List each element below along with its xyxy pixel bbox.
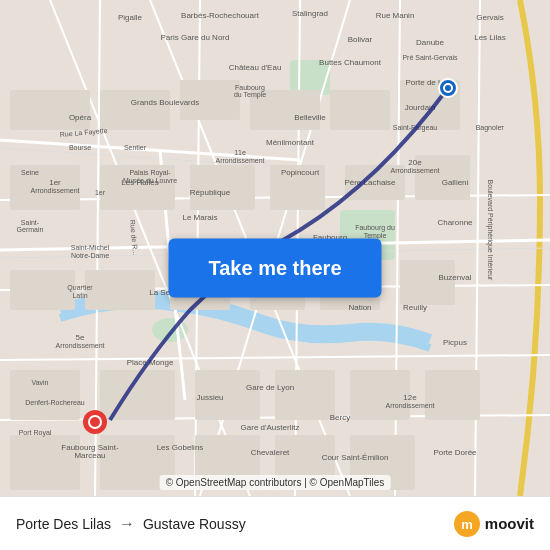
svg-text:Opéra: Opéra xyxy=(69,113,92,122)
svg-text:1er: 1er xyxy=(95,189,106,196)
svg-text:20e: 20e xyxy=(408,158,422,167)
svg-text:Les Gobelins: Les Gobelins xyxy=(157,443,204,452)
svg-text:Arrondissement: Arrondissement xyxy=(390,167,439,174)
svg-text:Barbès-Rochechouart: Barbès-Rochechouart xyxy=(181,11,260,20)
svg-point-130 xyxy=(445,85,451,91)
map-attribution: © OpenStreetMap contributors | © OpenMap… xyxy=(160,475,391,490)
svg-text:Musée du Louvre: Musée du Louvre xyxy=(123,177,177,184)
svg-text:Château d'Eau: Château d'Eau xyxy=(229,63,282,72)
svg-text:Reuilly: Reuilly xyxy=(403,303,427,312)
svg-text:1er: 1er xyxy=(49,178,61,187)
svg-text:Arrondissement: Arrondissement xyxy=(215,157,264,164)
take-me-there-button[interactable]: Take me there xyxy=(168,239,381,298)
moovit-icon: m xyxy=(453,510,481,538)
svg-rect-21 xyxy=(100,90,170,130)
svg-text:Boulevard Périphérique Intérie: Boulevard Périphérique Intérieur xyxy=(486,180,494,281)
svg-text:Stalingrad: Stalingrad xyxy=(292,9,328,18)
svg-text:Saint-Michel: Saint-Michel xyxy=(71,244,110,251)
svg-text:Bourse: Bourse xyxy=(69,144,91,151)
svg-text:Porte Dorée: Porte Dorée xyxy=(433,448,477,457)
svg-text:Cour Saint-Émilion: Cour Saint-Émilion xyxy=(322,453,389,462)
svg-text:Quartier: Quartier xyxy=(67,284,93,292)
svg-text:Picpus: Picpus xyxy=(443,338,467,347)
svg-text:Nation: Nation xyxy=(348,303,371,312)
svg-text:11e: 11e xyxy=(234,149,246,156)
svg-rect-42 xyxy=(350,370,410,420)
destination-label: Gustave Roussy xyxy=(143,516,246,532)
svg-rect-38 xyxy=(10,370,80,420)
svg-text:Pré Saint-Gervais: Pré Saint-Gervais xyxy=(402,54,458,61)
svg-text:Ménilmontant: Ménilmontant xyxy=(266,138,315,147)
app: 1er Arrondissement Les Halles Le Marais … xyxy=(0,0,550,550)
footer: Porte Des Lilas → Gustave Roussy m moovi… xyxy=(0,496,550,550)
svg-text:Denfert-Rochereau: Denfert-Rochereau xyxy=(25,399,85,406)
svg-text:Jussieu: Jussieu xyxy=(196,393,223,402)
svg-text:Germain: Germain xyxy=(17,226,44,233)
svg-text:Saint-: Saint- xyxy=(21,219,40,226)
svg-text:Popincourt: Popincourt xyxy=(281,168,320,177)
svg-text:Port Royal: Port Royal xyxy=(19,429,52,437)
svg-text:Seine: Seine xyxy=(21,169,39,176)
svg-text:Danube: Danube xyxy=(416,38,445,47)
svg-text:Rue Manin: Rue Manin xyxy=(376,11,415,20)
svg-text:Gervais: Gervais xyxy=(476,13,504,22)
svg-text:Bolivar: Bolivar xyxy=(348,35,373,44)
origin-label: Porte Des Lilas xyxy=(16,516,111,532)
svg-text:5e: 5e xyxy=(76,333,85,342)
svg-text:Les Lilas: Les Lilas xyxy=(474,33,506,42)
svg-text:Latin: Latin xyxy=(72,292,87,299)
svg-text:Grands Boulevards: Grands Boulevards xyxy=(131,98,199,107)
moovit-logo: m moovit xyxy=(453,510,534,538)
svg-text:Sentier: Sentier xyxy=(124,144,147,151)
svg-text:Chevaleret: Chevaleret xyxy=(251,448,290,457)
svg-text:12e: 12e xyxy=(403,393,417,402)
svg-text:Pigalle: Pigalle xyxy=(118,13,143,22)
svg-text:Le Marais: Le Marais xyxy=(182,213,217,222)
svg-text:Bagnolет: Bagnolет xyxy=(476,124,505,132)
arrow-icon: → xyxy=(119,515,135,533)
svg-text:du Temple: du Temple xyxy=(234,91,266,99)
svg-text:Palais Royal-: Palais Royal- xyxy=(129,169,171,177)
map-container: 1er Arrondissement Les Halles Le Marais … xyxy=(0,0,550,496)
svg-rect-41 xyxy=(275,370,335,420)
svg-text:Père Lachaise: Père Lachaise xyxy=(344,178,396,187)
svg-rect-20 xyxy=(10,90,90,130)
svg-rect-32 xyxy=(10,270,75,310)
svg-point-133 xyxy=(90,417,100,427)
svg-rect-43 xyxy=(425,370,480,420)
svg-text:Buttes Chaumont: Buttes Chaumont xyxy=(319,58,382,67)
svg-text:Marceau: Marceau xyxy=(74,451,105,460)
svg-text:Arrondissement: Arrondissement xyxy=(30,187,79,194)
svg-text:Gallieni: Gallieni xyxy=(442,178,469,187)
svg-text:Gare de Lyon: Gare de Lyon xyxy=(246,383,294,392)
svg-rect-37 xyxy=(400,260,455,305)
svg-text:République: République xyxy=(190,188,231,197)
svg-text:Vavin: Vavin xyxy=(32,379,49,386)
svg-text:Bercy: Bercy xyxy=(330,413,350,422)
svg-text:Notre-Dame: Notre-Dame xyxy=(71,252,109,259)
svg-text:Arrondissement: Arrondissement xyxy=(55,342,104,349)
svg-rect-24 xyxy=(330,90,390,130)
svg-text:Paris Gare du Nord: Paris Gare du Nord xyxy=(161,33,230,42)
svg-text:Belleville: Belleville xyxy=(294,113,326,122)
svg-text:Faubourg du: Faubourg du xyxy=(355,224,395,232)
svg-text:Gare d'Austerlitz: Gare d'Austerlitz xyxy=(241,423,300,432)
svg-text:Charonne: Charonne xyxy=(437,218,473,227)
route-info: Porte Des Lilas → Gustave Roussy xyxy=(16,515,246,533)
svg-rect-33 xyxy=(85,270,155,310)
moovit-text: moovit xyxy=(485,515,534,532)
svg-text:Arrondissement: Arrondissement xyxy=(385,402,434,409)
svg-text:m: m xyxy=(461,517,473,532)
svg-text:Buzenval: Buzenval xyxy=(439,273,472,282)
